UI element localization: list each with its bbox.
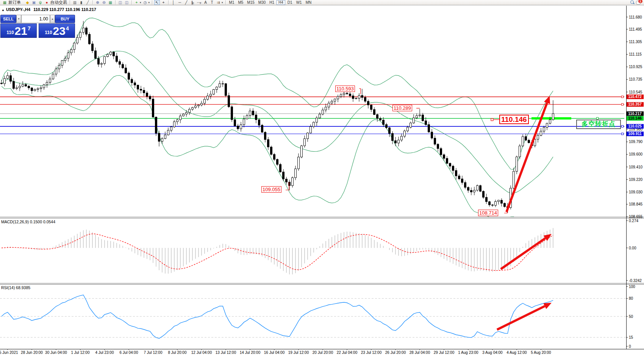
svg-text:0.00: 0.00 — [629, 246, 636, 250]
svg-text:110.146: 110.146 — [628, 116, 642, 120]
svg-text:-0.3242: -0.3242 — [629, 279, 642, 283]
fibonacci-icon[interactable]: ⋯F — [196, 0, 202, 5]
channel-icon[interactable]: ∥E — [190, 0, 195, 5]
timeframe-button-m1[interactable]: M1 — [228, 0, 236, 5]
macd-indicator-label: MACD(12,26,9) 0.1500 0.0544 — [1, 220, 55, 224]
periods-icon[interactable]: ◷ — [142, 0, 148, 5]
indicator-window2-icon[interactable]: ◫ — [124, 0, 130, 5]
text-label-icon[interactable]: T — [209, 0, 215, 5]
svg-text:29 Jul 12:00: 29 Jul 12:00 — [434, 350, 455, 355]
collapse-panel-icon[interactable]: ▲ — [2, 8, 5, 12]
volume-increase-button[interactable]: ▲ — [50, 15, 55, 23]
timeframe-button-mn[interactable]: MN — [304, 0, 313, 5]
svg-text:111.115: 111.115 — [629, 52, 642, 56]
search-icon[interactable] — [630, 0, 635, 5]
toolbar-separator — [92, 0, 93, 5]
svg-text:28 Jun 20:00: 28 Jun 20:00 — [21, 350, 43, 355]
timeframe-button-w1[interactable]: W1 — [295, 0, 303, 5]
price-callout-label[interactable]: 108.714 — [478, 210, 498, 216]
dropdown-caret-icon[interactable]: ▾ — [222, 1, 223, 4]
toolbar-separator — [152, 0, 152, 5]
volume-input[interactable]: 1.00 — [21, 15, 50, 23]
zoom-out-icon[interactable]: ⊖ — [101, 0, 107, 5]
svg-text:4 Aug 12:00: 4 Aug 12:00 — [506, 350, 527, 355]
add-indicator-icon[interactable]: + — [134, 0, 139, 5]
candlestick-icon[interactable]: ▮ — [78, 0, 84, 5]
timeframe-button-m15[interactable]: M15 — [245, 0, 256, 5]
svg-text:110.357: 110.357 — [628, 102, 642, 106]
crosshair-icon[interactable]: + — [161, 0, 166, 5]
dropdown-caret-icon[interactable]: ▾ — [148, 1, 150, 4]
bar-chart-icon[interactable]: ▥ — [72, 0, 78, 5]
svg-text:109.220: 109.220 — [629, 178, 643, 182]
toolbar-separator — [225, 0, 226, 5]
timeframe-button-d1[interactable]: D1 — [286, 0, 294, 5]
text-icon[interactable]: A — [203, 0, 208, 5]
svg-text:25 Jun 2021: 25 Jun 2021 — [0, 350, 18, 355]
svg-text:109.410: 109.410 — [629, 165, 643, 169]
toolbar-separator — [70, 0, 70, 5]
svg-text:110.735: 110.735 — [629, 77, 642, 81]
svg-text:0: 0 — [629, 344, 631, 349]
timeframe-button-h4[interactable]: H4 — [277, 0, 285, 5]
buy-price[interactable]: 110 23 4 — [39, 23, 75, 38]
svg-text:19 Jul 12:00: 19 Jul 12:00 — [288, 350, 309, 355]
svg-text:110.025: 110.025 — [628, 124, 642, 128]
dropdown-caret-icon[interactable]: ▾ — [140, 1, 141, 4]
svg-text:14 Jul 20:00: 14 Jul 20:00 — [240, 350, 261, 355]
svg-text:6 Jul 04:00: 6 Jul 04:00 — [120, 350, 138, 355]
svg-text:12 Jul 04:00: 12 Jul 04:00 — [191, 350, 212, 355]
autotrading-icon[interactable]: ● — [44, 0, 50, 5]
price-callout-label[interactable]: 110.593 — [335, 86, 355, 92]
zoom-in-icon[interactable]: ⊕ — [95, 0, 100, 5]
mt4-window: ▦新订单◆▣ψ●自动交易▥▮╱⊕⊖▦◫◫+▾◷▾↖+│─╱∥E⋯FAT⇉▾M1M… — [0, 0, 644, 355]
buy-price-bigfigure: 110 — [45, 30, 52, 35]
timeframe-button-m5[interactable]: M5 — [236, 0, 245, 5]
svg-text:0.274: 0.274 — [629, 219, 638, 223]
chat-icon[interactable]: 1 — [636, 0, 642, 5]
indicator-window-icon[interactable]: ◫ — [117, 0, 123, 5]
svg-text:8 Jul 20:00: 8 Jul 20:00 — [168, 350, 187, 355]
price-callout-label[interactable]: 110.146 — [499, 115, 529, 124]
arrows-icon[interactable]: ⇉ — [216, 0, 221, 5]
svg-text:110.472: 110.472 — [628, 95, 642, 99]
line-chart-icon[interactable]: ╱ — [85, 0, 91, 5]
volume-decrease-button[interactable]: ▼ — [16, 15, 21, 23]
svg-text:16 Jul 04:00: 16 Jul 04:00 — [264, 350, 285, 355]
chat-badge: 1 — [638, 0, 642, 3]
svg-text:28 Jul 04:00: 28 Jul 04:00 — [410, 350, 430, 355]
new-order-label[interactable]: 新订单 — [8, 0, 21, 5]
svg-text:7 Jul 12:00: 7 Jul 12:00 — [144, 350, 163, 355]
price-callout-label[interactable]: 110.289 — [392, 105, 412, 111]
svg-text:110.925: 110.925 — [629, 65, 642, 69]
chart-canvas[interactable]: 111.680111.495111.305111.115110.925110.7… — [0, 0, 644, 355]
rsi-indicator-label: RSI(14) 68.9385 — [1, 285, 30, 290]
sell-button[interactable]: SELL — [0, 15, 16, 23]
horizontal-line-icon[interactable]: ─ — [177, 0, 183, 5]
timeframe-button-h1[interactable]: H1 — [268, 0, 276, 5]
new-order-icon[interactable]: ▦ — [2, 0, 8, 5]
timeframe-button-m30[interactable]: M30 — [257, 0, 267, 5]
svg-text:109.030: 109.030 — [629, 190, 643, 194]
metaeditor-icon[interactable]: ◆ — [25, 0, 30, 5]
svg-text:111.305: 111.305 — [629, 40, 642, 44]
annotation-text-box[interactable]: 多空转折点 — [576, 120, 621, 129]
svg-text:111.495: 111.495 — [629, 27, 642, 31]
svg-text:3 Aug 04:00: 3 Aug 04:00 — [482, 350, 503, 355]
toolbar-separator — [131, 0, 132, 5]
svg-text:22 Jul 04:00: 22 Jul 04:00 — [337, 350, 358, 355]
buy-button[interactable]: BUY — [55, 15, 75, 23]
tile-windows-icon[interactable]: ▦ — [108, 0, 113, 5]
toolbar-separator — [115, 0, 116, 5]
vertical-line-icon[interactable]: │ — [170, 0, 176, 5]
signals-icon[interactable]: ψ — [38, 0, 43, 5]
sell-price[interactable]: 110 21 7 — [0, 23, 37, 38]
sell-price-bigfigure: 110 — [6, 30, 14, 35]
auto-trading-label[interactable]: 自动交易 — [50, 0, 67, 5]
price-callout-label[interactable]: 109.055 — [261, 186, 281, 193]
svg-text:20 Jul 20:00: 20 Jul 20:00 — [313, 350, 333, 355]
trendline-icon[interactable]: ╱ — [183, 0, 189, 5]
chart-window-icon[interactable]: ▣ — [31, 0, 37, 5]
svg-text:5 Aug 20:00: 5 Aug 20:00 — [531, 350, 551, 355]
cursor-icon[interactable]: ↖ — [154, 0, 160, 5]
